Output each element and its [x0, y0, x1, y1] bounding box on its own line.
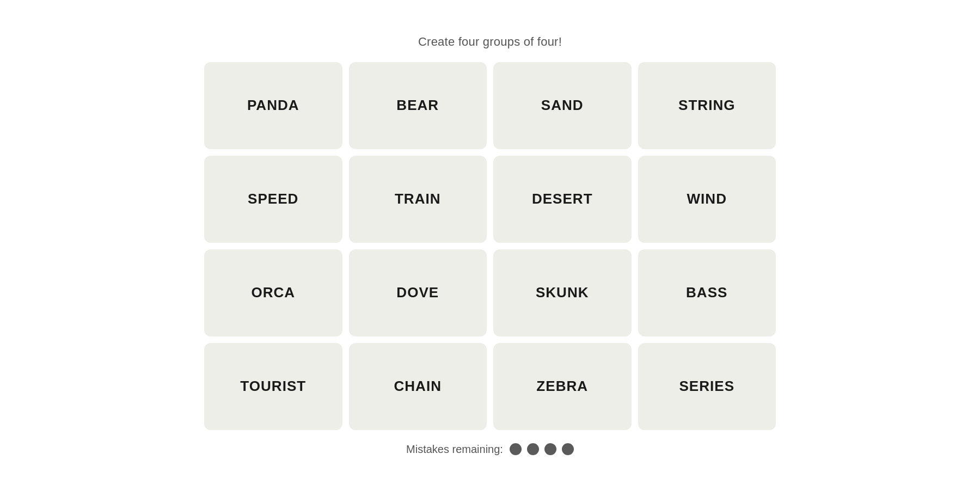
- tile-label-wind: WIND: [687, 191, 727, 207]
- mistakes-row: Mistakes remaining:: [406, 443, 574, 456]
- tile-label-speed: SPEED: [248, 191, 298, 207]
- mistake-dot-1: [510, 443, 522, 455]
- tile-dove[interactable]: DOVE: [349, 249, 487, 336]
- tile-speed[interactable]: SPEED: [204, 156, 342, 243]
- tile-tourist[interactable]: TOURIST: [204, 343, 342, 430]
- tile-label-chain: CHAIN: [394, 378, 442, 395]
- tile-orca[interactable]: ORCA: [204, 249, 342, 336]
- tile-label-zebra: ZEBRA: [536, 378, 588, 395]
- tile-label-desert: DESERT: [532, 191, 593, 207]
- tile-skunk[interactable]: SKUNK: [493, 249, 632, 336]
- tile-label-skunk: SKUNK: [536, 284, 589, 301]
- tile-label-orca: ORCA: [251, 284, 295, 301]
- tile-label-dove: DOVE: [396, 284, 439, 301]
- tiles-grid: PANDABEARSANDSTRINGSPEEDTRAINDESERTWINDO…: [204, 62, 776, 430]
- mistake-dot-4: [562, 443, 574, 455]
- tile-desert[interactable]: DESERT: [493, 156, 632, 243]
- tile-panda[interactable]: PANDA: [204, 62, 342, 149]
- tile-label-panda: PANDA: [247, 97, 299, 114]
- tile-wind[interactable]: WIND: [638, 156, 776, 243]
- tile-label-bass: BASS: [686, 284, 727, 301]
- game-container: Create four groups of four! PANDABEARSAN…: [204, 35, 776, 456]
- game-subtitle: Create four groups of four!: [418, 35, 562, 49]
- tile-label-bear: BEAR: [396, 97, 439, 114]
- mistakes-label: Mistakes remaining:: [406, 443, 503, 456]
- tile-bass[interactable]: BASS: [638, 249, 776, 336]
- tile-label-tourist: TOURIST: [240, 378, 306, 395]
- tile-chain[interactable]: CHAIN: [349, 343, 487, 430]
- mistakes-dots: [510, 443, 574, 455]
- tile-bear[interactable]: BEAR: [349, 62, 487, 149]
- mistake-dot-2: [527, 443, 539, 455]
- tile-string[interactable]: STRING: [638, 62, 776, 149]
- tile-label-series: SERIES: [679, 378, 734, 395]
- mistake-dot-3: [544, 443, 556, 455]
- tile-series[interactable]: SERIES: [638, 343, 776, 430]
- tile-label-train: TRAIN: [395, 191, 441, 207]
- tile-zebra[interactable]: ZEBRA: [493, 343, 632, 430]
- tile-label-string: STRING: [678, 97, 735, 114]
- tile-train[interactable]: TRAIN: [349, 156, 487, 243]
- tile-sand[interactable]: SAND: [493, 62, 632, 149]
- tile-label-sand: SAND: [541, 97, 584, 114]
